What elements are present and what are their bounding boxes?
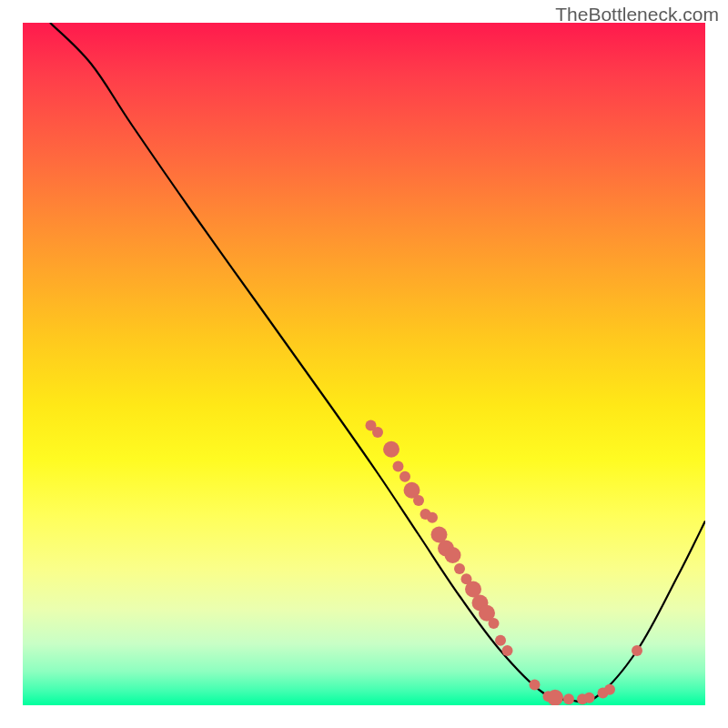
data-point: [383, 441, 399, 458]
data-point: [413, 495, 424, 506]
data-point: [563, 693, 574, 704]
data-point: [399, 471, 410, 482]
data-point: [547, 690, 563, 705]
watermark-text: TheBottleneck.com: [555, 4, 719, 25]
data-point: [489, 618, 500, 629]
chart-svg: [23, 23, 705, 705]
data-point: [427, 512, 438, 523]
data-point: [372, 427, 383, 438]
data-point: [495, 635, 506, 646]
data-point: [632, 645, 642, 656]
data-points-group: [366, 420, 643, 706]
chart-container: TheBottleneck.com: [0, 0, 728, 728]
data-point: [445, 547, 461, 563]
data-point: [454, 563, 465, 574]
data-point: [604, 684, 615, 695]
plot-area: [23, 23, 705, 705]
data-point: [584, 693, 595, 703]
bottleneck-curve: [50, 23, 705, 703]
data-point: [502, 645, 513, 656]
data-point: [530, 680, 541, 691]
data-point: [393, 461, 404, 472]
